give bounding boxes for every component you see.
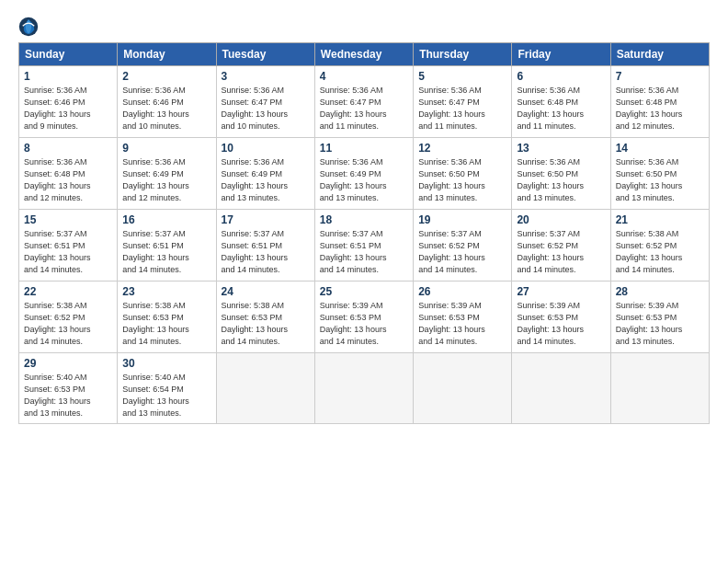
day-info: Sunrise: 5:36 AM Sunset: 6:47 PM Dayligh… xyxy=(320,85,408,132)
day-info: Sunrise: 5:37 AM Sunset: 6:52 PM Dayligh… xyxy=(517,228,605,276)
day-number: 25 xyxy=(320,285,408,298)
calendar-cell: 29Sunrise: 5:40 AM Sunset: 6:53 PM Dayli… xyxy=(19,353,118,424)
header-monday: Monday xyxy=(118,43,216,66)
day-info: Sunrise: 5:36 AM Sunset: 6:49 PM Dayligh… xyxy=(122,156,210,204)
calendar-cell xyxy=(414,353,512,424)
header-thursday: Thursday xyxy=(414,43,512,66)
day-info: Sunrise: 5:37 AM Sunset: 6:52 PM Dayligh… xyxy=(418,228,506,276)
day-info: Sunrise: 5:36 AM Sunset: 6:50 PM Dayligh… xyxy=(517,156,605,204)
calendar-cell: 26Sunrise: 5:39 AM Sunset: 6:53 PM Dayli… xyxy=(414,282,512,353)
day-info: Sunrise: 5:36 AM Sunset: 6:47 PM Dayligh… xyxy=(418,85,506,132)
day-number: 4 xyxy=(320,70,408,83)
day-number: 8 xyxy=(24,142,112,155)
calendar-cell: 14Sunrise: 5:36 AM Sunset: 6:50 PM Dayli… xyxy=(610,138,709,210)
calendar-cell: 2Sunrise: 5:36 AM Sunset: 6:46 PM Daylig… xyxy=(118,66,216,138)
calendar-cell: 24Sunrise: 5:38 AM Sunset: 6:53 PM Dayli… xyxy=(216,282,314,353)
header-sunday: Sunday xyxy=(19,43,118,66)
week-row-1: 1Sunrise: 5:36 AM Sunset: 6:46 PM Daylig… xyxy=(19,66,710,138)
calendar-cell: 19Sunrise: 5:37 AM Sunset: 6:52 PM Dayli… xyxy=(414,210,512,282)
calendar-cell: 22Sunrise: 5:38 AM Sunset: 6:52 PM Dayli… xyxy=(19,282,118,353)
page: Sunday Monday Tuesday Wednesday Thursday… xyxy=(0,0,728,563)
calendar-cell: 17Sunrise: 5:37 AM Sunset: 6:51 PM Dayli… xyxy=(216,210,314,282)
day-info: Sunrise: 5:38 AM Sunset: 6:52 PM Dayligh… xyxy=(24,300,112,348)
day-number: 16 xyxy=(122,213,210,226)
calendar-cell: 7Sunrise: 5:36 AM Sunset: 6:48 PM Daylig… xyxy=(610,66,709,138)
day-info: Sunrise: 5:36 AM Sunset: 6:46 PM Dayligh… xyxy=(122,85,210,132)
day-info: Sunrise: 5:39 AM Sunset: 6:53 PM Dayligh… xyxy=(517,300,605,348)
calendar-cell: 18Sunrise: 5:37 AM Sunset: 6:51 PM Dayli… xyxy=(314,210,413,282)
day-info: Sunrise: 5:38 AM Sunset: 6:52 PM Dayligh… xyxy=(616,228,704,276)
calendar-cell: 16Sunrise: 5:37 AM Sunset: 6:51 PM Dayli… xyxy=(118,210,216,282)
calendar-cell: 6Sunrise: 5:36 AM Sunset: 6:48 PM Daylig… xyxy=(512,66,610,138)
day-number: 13 xyxy=(517,142,605,155)
calendar-cell: 1Sunrise: 5:36 AM Sunset: 6:46 PM Daylig… xyxy=(19,66,118,138)
day-info: Sunrise: 5:40 AM Sunset: 6:53 PM Dayligh… xyxy=(24,372,112,419)
day-info: Sunrise: 5:39 AM Sunset: 6:53 PM Dayligh… xyxy=(418,300,506,348)
day-number: 3 xyxy=(222,70,310,83)
day-info: Sunrise: 5:36 AM Sunset: 6:47 PM Dayligh… xyxy=(222,85,310,132)
day-number: 11 xyxy=(320,142,408,155)
calendar-cell: 10Sunrise: 5:36 AM Sunset: 6:49 PM Dayli… xyxy=(216,138,314,210)
day-number: 18 xyxy=(320,213,408,226)
logo xyxy=(18,17,42,37)
day-number: 28 xyxy=(616,285,704,298)
day-number: 1 xyxy=(24,70,112,83)
day-number: 21 xyxy=(616,213,704,226)
day-info: Sunrise: 5:36 AM Sunset: 6:49 PM Dayligh… xyxy=(222,156,310,204)
day-info: Sunrise: 5:36 AM Sunset: 6:50 PM Dayligh… xyxy=(418,156,506,204)
calendar-cell xyxy=(314,353,413,424)
day-info: Sunrise: 5:37 AM Sunset: 6:51 PM Dayligh… xyxy=(24,228,112,276)
calendar-cell xyxy=(216,353,314,424)
day-number: 19 xyxy=(418,213,506,226)
calendar-cell xyxy=(512,353,610,424)
day-number: 26 xyxy=(418,285,506,298)
calendar-cell: 25Sunrise: 5:39 AM Sunset: 6:53 PM Dayli… xyxy=(314,282,413,353)
day-info: Sunrise: 5:36 AM Sunset: 6:48 PM Dayligh… xyxy=(517,85,605,132)
weekday-header-row: Sunday Monday Tuesday Wednesday Thursday… xyxy=(19,43,710,66)
calendar-cell: 15Sunrise: 5:37 AM Sunset: 6:51 PM Dayli… xyxy=(19,210,118,282)
week-row-4: 22Sunrise: 5:38 AM Sunset: 6:52 PM Dayli… xyxy=(19,282,710,353)
calendar-cell: 5Sunrise: 5:36 AM Sunset: 6:47 PM Daylig… xyxy=(414,66,512,138)
day-number: 30 xyxy=(122,357,210,370)
day-number: 9 xyxy=(122,142,210,155)
calendar-cell: 21Sunrise: 5:38 AM Sunset: 6:52 PM Dayli… xyxy=(610,210,709,282)
week-row-5: 29Sunrise: 5:40 AM Sunset: 6:53 PM Dayli… xyxy=(19,353,710,424)
week-row-2: 8Sunrise: 5:36 AM Sunset: 6:48 PM Daylig… xyxy=(19,138,710,210)
calendar-table: Sunday Monday Tuesday Wednesday Thursday… xyxy=(18,42,710,424)
day-number: 22 xyxy=(24,285,112,298)
day-number: 20 xyxy=(517,213,605,226)
day-number: 24 xyxy=(222,285,310,298)
day-info: Sunrise: 5:38 AM Sunset: 6:53 PM Dayligh… xyxy=(222,300,310,348)
calendar-cell: 23Sunrise: 5:38 AM Sunset: 6:53 PM Dayli… xyxy=(118,282,216,353)
week-row-3: 15Sunrise: 5:37 AM Sunset: 6:51 PM Dayli… xyxy=(19,210,710,282)
day-info: Sunrise: 5:37 AM Sunset: 6:51 PM Dayligh… xyxy=(122,228,210,276)
day-number: 2 xyxy=(122,70,210,83)
header-tuesday: Tuesday xyxy=(216,43,314,66)
calendar-cell: 12Sunrise: 5:36 AM Sunset: 6:50 PM Dayli… xyxy=(414,138,512,210)
day-info: Sunrise: 5:39 AM Sunset: 6:53 PM Dayligh… xyxy=(616,300,704,348)
day-number: 12 xyxy=(418,142,506,155)
calendar-cell: 13Sunrise: 5:36 AM Sunset: 6:50 PM Dayli… xyxy=(512,138,610,210)
day-number: 23 xyxy=(122,285,210,298)
day-info: Sunrise: 5:36 AM Sunset: 6:50 PM Dayligh… xyxy=(616,156,704,204)
calendar-cell: 4Sunrise: 5:36 AM Sunset: 6:47 PM Daylig… xyxy=(314,66,413,138)
logo-icon xyxy=(18,17,39,37)
calendar-cell: 28Sunrise: 5:39 AM Sunset: 6:53 PM Dayli… xyxy=(610,282,709,353)
header xyxy=(18,17,710,37)
day-number: 15 xyxy=(24,213,112,226)
day-number: 10 xyxy=(222,142,310,155)
day-number: 7 xyxy=(616,70,704,83)
day-info: Sunrise: 5:37 AM Sunset: 6:51 PM Dayligh… xyxy=(320,228,408,276)
calendar-cell: 9Sunrise: 5:36 AM Sunset: 6:49 PM Daylig… xyxy=(118,138,216,210)
calendar-cell: 27Sunrise: 5:39 AM Sunset: 6:53 PM Dayli… xyxy=(512,282,610,353)
calendar-cell: 11Sunrise: 5:36 AM Sunset: 6:49 PM Dayli… xyxy=(314,138,413,210)
day-info: Sunrise: 5:39 AM Sunset: 6:53 PM Dayligh… xyxy=(320,300,408,348)
header-friday: Friday xyxy=(512,43,610,66)
day-info: Sunrise: 5:36 AM Sunset: 6:48 PM Dayligh… xyxy=(616,85,704,132)
calendar-cell: 8Sunrise: 5:36 AM Sunset: 6:48 PM Daylig… xyxy=(19,138,118,210)
day-info: Sunrise: 5:36 AM Sunset: 6:48 PM Dayligh… xyxy=(24,156,112,204)
day-number: 5 xyxy=(418,70,506,83)
calendar-cell: 3Sunrise: 5:36 AM Sunset: 6:47 PM Daylig… xyxy=(216,66,314,138)
day-number: 14 xyxy=(616,142,704,155)
header-saturday: Saturday xyxy=(610,43,709,66)
